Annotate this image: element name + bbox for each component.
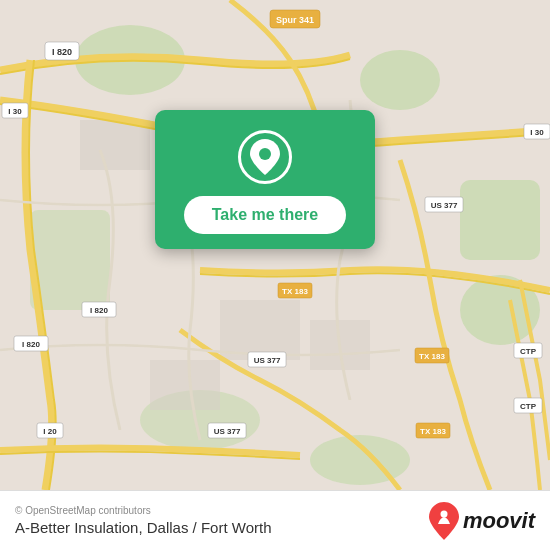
moovit-pin-icon [429, 502, 459, 540]
bottom-left: © OpenStreetMap contributors A-Better In… [15, 505, 272, 536]
location-pin-icon [238, 130, 292, 184]
svg-rect-8 [80, 120, 150, 170]
svg-text:I 820: I 820 [52, 47, 72, 57]
svg-point-43 [259, 148, 271, 160]
svg-text:I 820: I 820 [22, 340, 40, 349]
svg-point-44 [440, 510, 447, 517]
moovit-wordmark: moovit [463, 508, 535, 534]
take-me-there-button[interactable]: Take me there [184, 196, 346, 234]
svg-rect-12 [150, 360, 220, 410]
svg-text:US 377: US 377 [431, 201, 458, 210]
svg-text:TX 183: TX 183 [420, 427, 446, 436]
bottom-bar: © OpenStreetMap contributors A-Better In… [0, 490, 550, 550]
location-name: A-Better Insulation, Dallas / Fort Worth [15, 519, 272, 536]
svg-text:TX 183: TX 183 [282, 287, 308, 296]
svg-text:CTP: CTP [520, 347, 537, 356]
svg-text:TX 183: TX 183 [419, 352, 445, 361]
card-overlay: Take me there [155, 110, 375, 249]
svg-point-2 [360, 50, 440, 110]
svg-text:US 377: US 377 [254, 356, 281, 365]
map-container: I 820 Spur 341 I 30 I 30 US 377 TX 183 I… [0, 0, 550, 490]
svg-text:I 20: I 20 [43, 427, 57, 436]
svg-rect-5 [30, 210, 110, 310]
copyright-text: © OpenStreetMap contributors [15, 505, 272, 516]
svg-rect-3 [460, 180, 540, 260]
svg-text:US 377: US 377 [214, 427, 241, 436]
svg-text:I 820: I 820 [90, 306, 108, 315]
svg-text:I 30: I 30 [8, 107, 22, 116]
svg-text:Spur 341: Spur 341 [276, 15, 314, 25]
moovit-logo: moovit [429, 502, 535, 540]
svg-text:I 30: I 30 [530, 128, 544, 137]
svg-text:CTP: CTP [520, 402, 537, 411]
svg-rect-10 [220, 300, 300, 360]
